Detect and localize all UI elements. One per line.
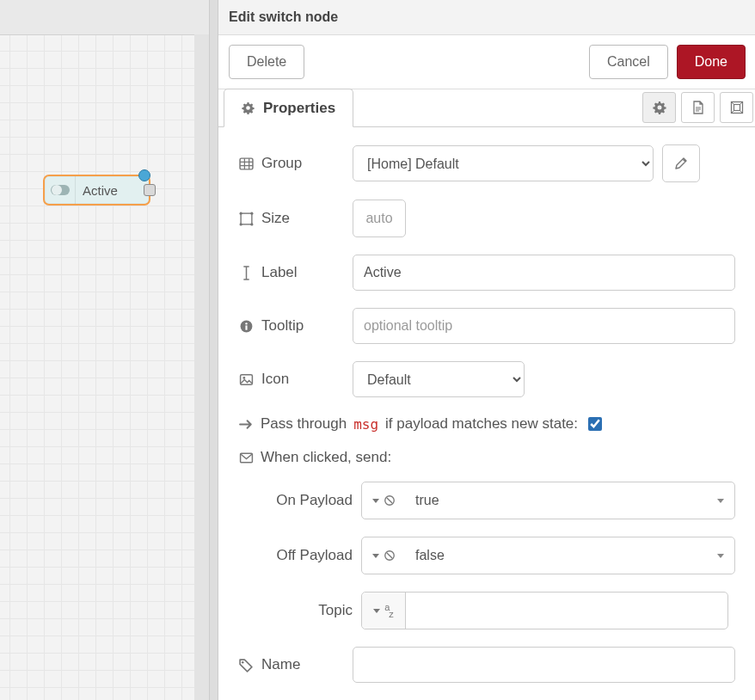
object-group-icon [239, 212, 254, 226]
tab-icon-settings[interactable] [642, 92, 676, 123]
passthrough-pre: Pass through [261, 415, 347, 433]
node-label: Active [76, 183, 118, 198]
node-changed-indicator [138, 169, 150, 181]
topic-label: Topic [318, 602, 353, 619]
frame-icon [730, 101, 744, 114]
tab-icon-appearance[interactable] [720, 92, 753, 123]
gear-icon [242, 101, 255, 114]
image-icon [239, 372, 254, 387]
caret-down-icon [717, 554, 724, 558]
group-select[interactable]: [Home] Default [353, 145, 654, 181]
arrow-right-icon [239, 417, 254, 432]
passthrough-row: Pass through msg if payload matches new … [239, 414, 735, 433]
tabs-row: Properties [218, 89, 755, 127]
off-payload-type-button[interactable] [362, 537, 405, 574]
tab-properties-label: Properties [263, 100, 335, 117]
canvas-tab-strip [0, 0, 209, 35]
node-output-port[interactable] [144, 184, 156, 196]
delete-button[interactable]: Delete [229, 45, 304, 79]
on-payload-label: On Payload [276, 492, 353, 509]
tooltip-input[interactable] [353, 308, 735, 344]
on-payload-value[interactable]: true [405, 493, 734, 508]
table-icon [239, 157, 254, 171]
off-payload-input[interactable]: false [361, 537, 735, 574]
boolean-icon [384, 550, 396, 562]
properties-form: Group [Home] Default Size auto [218, 127, 755, 700]
canvas-scrollbar[interactable] [194, 34, 209, 700]
tray-title: Edit switch node [218, 0, 755, 35]
topic-input[interactable]: az [361, 592, 728, 629]
size-selector[interactable]: auto [353, 200, 406, 237]
passthrough-msg-code: msg [353, 416, 378, 433]
passthrough-post: if payload matches new state: [385, 415, 578, 433]
envelope-icon [239, 451, 254, 465]
name-label: Name [261, 656, 300, 673]
icon-select[interactable]: Default [353, 361, 525, 397]
info-circle-icon [239, 319, 254, 334]
edit-tray: Edit switch node Delete Cancel Done Prop… [218, 0, 755, 700]
on-payload-input[interactable]: true [361, 482, 735, 519]
i-cursor-icon [239, 266, 254, 280]
off-payload-value[interactable]: false [405, 548, 734, 563]
tab-properties[interactable]: Properties [224, 89, 353, 127]
node-type-icon [45, 176, 76, 204]
off-payload-label: Off Payload [276, 547, 353, 564]
tag-icon [239, 658, 254, 672]
passthrough-checkbox[interactable] [588, 417, 602, 431]
icon-label: Icon [261, 371, 289, 388]
done-button[interactable]: Done [677, 45, 746, 79]
group-label: Group [261, 155, 302, 172]
caret-down-icon [717, 499, 724, 503]
boolean-icon [384, 494, 396, 507]
caret-down-icon [373, 609, 380, 613]
flow-canvas[interactable]: Active [0, 0, 210, 700]
label-input[interactable] [353, 255, 735, 291]
label-label: Label [261, 264, 298, 281]
name-input[interactable] [353, 647, 735, 683]
edit-group-button[interactable] [662, 144, 700, 182]
when-clicked-row: When clicked, send: [239, 449, 735, 466]
caret-down-icon [372, 499, 379, 503]
size-label: Size [261, 210, 290, 227]
on-payload-type-button[interactable] [362, 482, 405, 519]
gear-icon [653, 101, 666, 114]
string-type-icon: az [384, 604, 394, 617]
switch-node[interactable]: Active [43, 175, 150, 206]
tray-toolbar: Delete Cancel Done [218, 35, 755, 89]
pencil-icon [674, 157, 688, 170]
file-icon [691, 101, 705, 114]
switch-icon [51, 185, 70, 195]
caret-down-icon [372, 554, 379, 558]
topic-value-input[interactable] [406, 593, 727, 629]
when-clicked-label: When clicked, send: [261, 449, 391, 466]
tooltip-label: Tooltip [261, 317, 304, 335]
tab-icon-description[interactable] [681, 92, 715, 123]
cancel-button[interactable]: Cancel [589, 45, 668, 79]
topic-type-button[interactable]: az [362, 593, 406, 629]
